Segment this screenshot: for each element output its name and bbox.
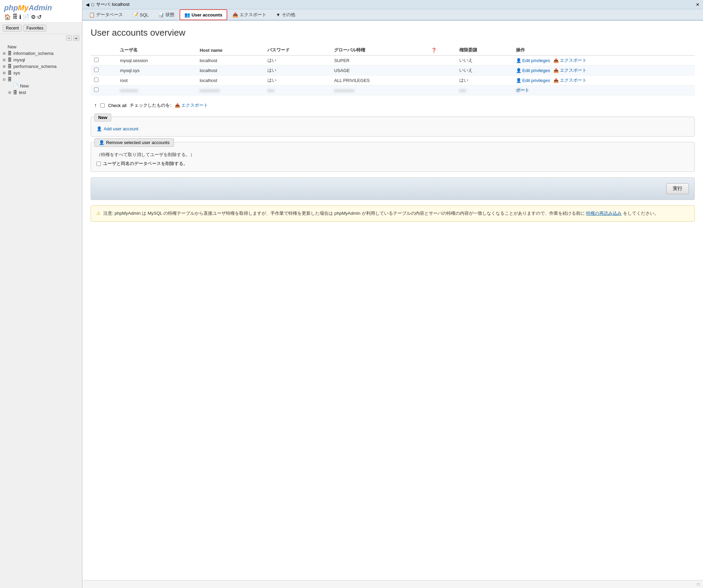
edit-label: Edit privileges <box>522 58 550 63</box>
tab-recent[interactable]: Recent <box>3 25 22 32</box>
tree-item-new-child[interactable]: 📄 New <box>0 83 82 89</box>
export-label: エクスポート <box>560 67 587 73</box>
collapse-button[interactable]: − <box>66 35 72 41</box>
back-icon[interactable]: ◀ <box>86 2 89 7</box>
export-link[interactable]: 📤 エクスポート <box>553 67 587 73</box>
new-section-title[interactable]: New <box>94 114 111 121</box>
col-help-icon[interactable]: ❓ <box>428 45 456 56</box>
tree-toggle: ⊞ <box>3 71 8 75</box>
tab-sql[interactable]: 📝 SQL <box>128 10 153 20</box>
remove-section-body: （特権をすべて取り消してユーザを削除する。） ユーザと同名のデータベースを削除す… <box>91 147 694 172</box>
edit-privileges-link[interactable]: 👤 Edit privileges <box>516 58 550 63</box>
hostname-cell: localhost <box>196 56 264 66</box>
export-link[interactable]: 📤 エクスポート <box>553 57 587 63</box>
check-all-label[interactable]: Check all <box>108 103 126 108</box>
remove-button[interactable]: 👤 Remove selected user accounts <box>94 138 174 147</box>
db-icon: 🗄 <box>13 90 18 95</box>
remove-section-header: 👤 Remove selected user accounts <box>94 138 694 147</box>
tree-label: New <box>20 83 29 89</box>
col-password: パスワード <box>264 45 331 56</box>
check-all-checkbox[interactable] <box>100 103 105 108</box>
check-all-row: ↑ Check all チェックしたものを: 📤 エクスポート <box>91 99 695 111</box>
bottom-icon[interactable]: □ <box>697 582 700 587</box>
tree-item-mysql[interactable]: ⊞ 🗄 mysql <box>0 57 82 63</box>
notice-text-after: をしてください。 <box>623 211 659 216</box>
delete-db-label: ユーザと同名のデータベースを削除する。 <box>103 161 188 167</box>
notice-text-before: 注意: phpMyAdmin は MySQL の特権テーブルから直接ユーザ特権を… <box>103 211 585 216</box>
delegation-cell: いいえ <box>456 56 512 66</box>
db-icon[interactable]: 🗄 <box>12 14 18 20</box>
add-user-link[interactable]: 👤 Add user account <box>96 126 138 131</box>
tab-other-label: その他 <box>282 12 295 18</box>
hostname-cell: localhost <box>196 75 264 85</box>
col-actions: 操作 <box>512 45 695 56</box>
edit-icon: 👤 <box>516 58 521 63</box>
db-icon: 🗄 <box>8 57 12 62</box>
tree-item-information-schema[interactable]: ⊞ 🗄 information_schema <box>0 50 82 57</box>
tree-item-new[interactable]: New <box>0 44 82 50</box>
execute-area: 実行 <box>91 177 695 200</box>
export-link[interactable]: 📤 エクスポート <box>553 77 587 83</box>
home-icon[interactable]: 🏠 <box>4 14 11 20</box>
info-icon[interactable]: ℹ <box>19 14 21 20</box>
tab-status[interactable]: 📊 状態 <box>154 9 179 20</box>
privileges-cell: USAGE <box>331 66 427 75</box>
tree-item-performance-schema[interactable]: ⊞ 🗄 performance_schema <box>0 63 82 70</box>
tree-label: test <box>19 90 26 95</box>
bulk-export-link[interactable]: 📤 エクスポート <box>175 102 208 108</box>
privileges-cell: xxxxxxxxx <box>331 85 427 95</box>
minimize-icon[interactable]: ✕ <box>696 2 700 7</box>
row-checkbox[interactable] <box>94 68 99 72</box>
row-checkbox[interactable] <box>94 87 99 92</box>
logo-area: phpMyAdmin 🏠 🗄 ℹ 📄 ⚙ ↺ <box>0 0 82 23</box>
col-checkbox <box>91 45 116 56</box>
remove-label: Remove selected user accounts <box>106 140 170 145</box>
row-checkbox-cell <box>91 66 116 75</box>
expand-button[interactable]: ∞ <box>73 35 79 41</box>
export-icon: 📤 <box>175 103 180 108</box>
execute-button[interactable]: 実行 <box>666 183 689 194</box>
dropdown-icon: ▼ <box>276 12 281 17</box>
export-link[interactable]: ポート <box>516 87 529 93</box>
export-icon: 📤 <box>553 78 559 83</box>
export-icon: 📤 <box>553 58 559 63</box>
tree-toggle: ⊞ <box>3 64 8 68</box>
delegation-cell: xxx <box>456 85 512 95</box>
sql-icon: 📝 <box>132 12 138 17</box>
tab-user-accounts[interactable]: 👥 User accounts <box>180 9 227 20</box>
edit-privileges-link[interactable]: 👤 Edit privileges <box>516 78 550 83</box>
delete-db-checkbox[interactable] <box>96 162 101 166</box>
settings-icon[interactable]: ⚙ <box>31 14 36 20</box>
database-icon: 📋 <box>89 12 95 17</box>
tab-favorites[interactable]: Favorites <box>23 25 46 32</box>
row-checkbox[interactable] <box>94 58 99 62</box>
server-info: ◀ □ サーバ: localhost <box>86 1 129 8</box>
privileges-cell: SUPER <box>331 56 427 66</box>
tree-area: New ⊞ 🗄 information_schema ⊞ 🗄 mysql ⊞ 🗄… <box>0 42 82 588</box>
tab-other[interactable]: ▼ その他 <box>272 9 300 20</box>
tab-database[interactable]: 📋 データベース <box>84 9 127 20</box>
remove-section: 👤 Remove selected user accounts （特権をすべて取… <box>91 142 695 172</box>
tree-label: information_schema <box>13 51 54 56</box>
edit-privileges-link[interactable]: 👤 Edit privileges <box>516 68 550 73</box>
doc-icon[interactable]: 📄 <box>23 14 30 20</box>
hostname-cell: localhost <box>196 66 264 75</box>
server-window-icon: □ <box>91 2 94 7</box>
hostname-cell: xxxxxxxxx <box>196 85 264 95</box>
tab-sql-label: SQL <box>140 12 149 17</box>
reload-privileges-link[interactable]: 特権の再読み込み <box>586 211 622 216</box>
refresh-icon[interactable]: ↺ <box>37 14 42 20</box>
tree-item-unnamed[interactable]: ⊟ 🗄 <box>0 76 82 83</box>
row-checkbox-cell <box>91 56 116 66</box>
topbar: ◀ □ サーバ: localhost ✕ 📋 データベース 📝 SQL 📊 状態… <box>82 0 703 21</box>
tree-label: performance_schema <box>13 64 57 69</box>
nav-tabs: 📋 データベース 📝 SQL 📊 状態 👥 User accounts 📤 エク… <box>82 9 703 20</box>
tab-export[interactable]: 📤 エクスポート <box>228 9 271 20</box>
tree-item-test[interactable]: ⊞ 🗄 test <box>0 89 82 96</box>
row-checkbox[interactable] <box>94 78 99 82</box>
sidebar: phpMyAdmin 🏠 🗄 ℹ 📄 ⚙ ↺ Recent Favorites … <box>0 0 82 588</box>
table-row: mysql.sys localhost はい USAGE いいえ 👤 Edit … <box>91 66 695 75</box>
new-section: New 👤 Add user account <box>91 117 695 137</box>
tree-item-sys[interactable]: ⊞ 🗄 sys <box>0 70 82 76</box>
up-arrow-icon: ↑ <box>94 102 97 108</box>
